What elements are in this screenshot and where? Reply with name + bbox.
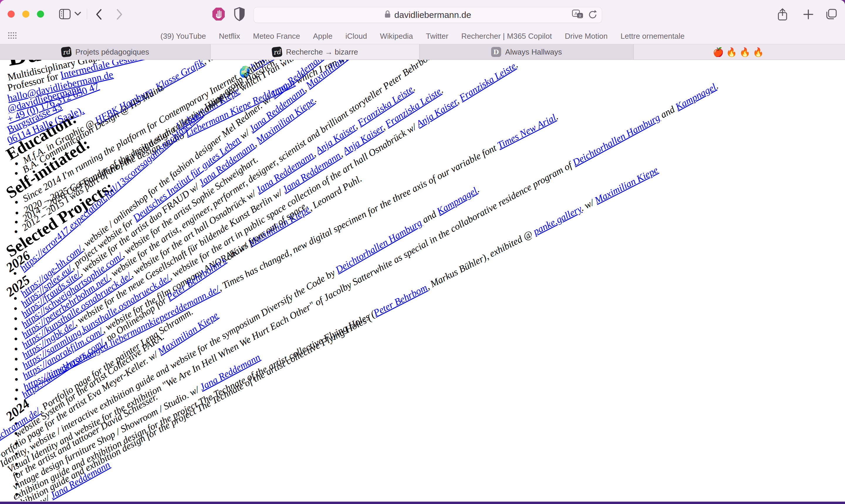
tab-favicon: D [491,47,501,57]
bullet: • [12,197,20,208]
share-icon[interactable] [777,8,788,22]
tab-overview-icon[interactable] [825,8,838,22]
address-bar[interactable]: davidliebermann.de A文 [253,7,602,23]
tab-favicon: rd [271,46,282,57]
desktop: { "browser": { "address": "davidlieberma… [0,0,845,504]
favorite-item[interactable]: Twitter [426,32,449,41]
tab-favicon: rd [61,46,72,57]
tab-3[interactable]: DAlways Hallways [419,44,634,59]
bullet: • [12,374,20,384]
tab-title: Always Hallways [505,48,562,57]
safari-window: davidliebermann.de A文 (39) YouTube [0,0,845,502]
privacy-shield-extension-icon[interactable] [234,7,245,22]
forward-button[interactable] [115,8,124,22]
favorite-item[interactable]: Apple [313,32,333,41]
tab-bar-extra: 🍎🔥🔥🔥 [634,44,845,59]
favorite-item[interactable]: Meteo France [253,32,300,41]
web-page: David LiebermannMultidisciplinary Graphi… [0,60,845,501]
favorites-bar: (39) YouTubeNetflixMeteo FranceAppleiClo… [0,28,845,44]
tab-bar: rdProjets pédagogiquesrdRecherche → biza… [0,44,845,60]
close-window-button[interactable] [7,11,15,18]
tab-title: Projets pédagogiques [75,48,149,57]
toolbar: davidliebermann.de A文 [0,0,845,28]
favorite-item[interactable]: Lettre ornementale [621,32,684,41]
tab-title: Recherche → bizarre [286,48,358,57]
minimize-window-button[interactable] [22,11,29,18]
emoji-tab-title: 🍎🔥🔥🔥 [713,47,766,57]
svg-text:文: 文 [578,14,582,18]
tab-1[interactable]: rdProjets pédagogiques [0,44,211,59]
favorite-item[interactable]: Drive Motion [565,32,608,41]
address-text: davidliebermann.de [394,10,471,20]
translate-icon[interactable]: A文 [572,10,583,21]
page-content: David LiebermannMultidisciplinary Graphi… [0,60,845,501]
favorite-item[interactable]: iCloud [345,32,367,41]
svg-text:A: A [574,11,577,16]
sidebar-toggle-icon[interactable] [59,8,71,21]
back-button[interactable] [94,8,103,22]
favorite-item[interactable]: Rechercher | M365 Copilot [461,32,552,41]
favorite-item[interactable]: Netflix [219,32,240,41]
favorite-item[interactable]: (39) YouTube [161,32,206,41]
desktop-strip [0,502,845,504]
toolbar-divider [87,9,87,19]
reload-icon[interactable] [588,10,598,21]
lock-icon [384,10,391,20]
sidebar-chevron-down-icon[interactable] [74,11,82,18]
favorites-grid-icon[interactable] [8,32,18,41]
traffic-lights [7,11,44,18]
content-blocker-extension-icon[interactable] [212,7,225,22]
favorite-item[interactable]: Wikipedia [380,32,413,41]
tab-2[interactable]: rdRecherche → bizarre [211,44,419,59]
zoom-window-button[interactable] [37,11,44,18]
favorites-items: (39) YouTubeNetflixMeteo FranceAppleiClo… [161,32,684,41]
new-tab-plus-icon[interactable] [803,8,814,22]
